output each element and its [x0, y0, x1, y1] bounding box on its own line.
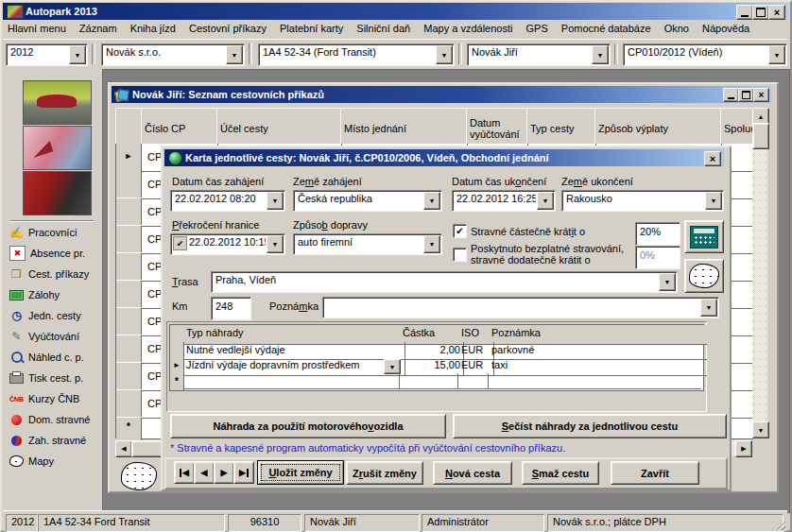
menu-napoveda[interactable]: Nápověda — [697, 20, 755, 37]
sidebar-item-kurzy-cnb[interactable]: ČNBKurzy ČNB — [9, 389, 79, 408]
menu-hlavni-menu[interactable]: Hlavní menu — [3, 20, 72, 37]
sidebar-item-label: Vyúčtování — [28, 331, 79, 342]
last-record-icon: ▶ — [239, 468, 246, 477]
expenses-grid: Typ náhrady Částka ISO Poznámka Nutné ve… — [169, 324, 704, 391]
border-cross-combo[interactable]: ✔ 22.02.2012 10:15 ▼ — [170, 233, 285, 255]
vertical-scrollbar[interactable]: ▲ ▼ — [752, 108, 767, 438]
minimize-icon[interactable] — [723, 88, 739, 102]
chevron-down-icon[interactable]: ▼ — [768, 45, 785, 64]
border-cross-checkbox[interactable]: ✔ — [173, 236, 187, 250]
close-dialog-button[interactable]: Zavřít — [611, 461, 699, 485]
first-record-button[interactable]: ◀ — [174, 461, 195, 484]
sidebar-item-label: Jedn. cesty — [28, 310, 81, 321]
calculator-button[interactable] — [684, 220, 724, 253]
year-combo[interactable]: 2012 ▼ — [6, 43, 88, 66]
scroll-down-icon[interactable]: ▼ — [752, 421, 769, 438]
sidebar-item-label: Mapy — [28, 455, 54, 467]
menu-pomocne-databaze[interactable]: Pomocné databáze — [557, 20, 657, 37]
scroll-right-icon[interactable]: ▶ — [735, 440, 752, 457]
chevron-down-icon[interactable]: ▼ — [423, 235, 440, 253]
start-country-combo[interactable]: Česká republika▼ — [293, 190, 442, 212]
start-datetime-combo[interactable]: 22.02.2012 08:20▼ — [170, 190, 285, 212]
documents-icon: ❒ — [9, 267, 24, 281]
route-combo[interactable]: Praha, Vídeň▼ — [211, 271, 678, 293]
list-window-titlebar[interactable]: Novák Jiří: Seznam cestovních příkazů × — [112, 86, 771, 103]
delete-trip-button[interactable]: Smaž cestu — [522, 461, 599, 485]
vehicle-combo[interactable]: 1A4 52-34 (Ford Transit) ▼ — [258, 43, 455, 66]
menu-zaznam[interactable]: Záznam — [75, 20, 123, 37]
chevron-down-icon[interactable]: ▼ — [436, 45, 453, 64]
new-trip-button[interactable]: Nová cesta — [433, 461, 512, 485]
menu-kniha-jizd[interactable]: Kniha jízd — [126, 20, 181, 37]
sidebar-item-vyuctovani[interactable]: ✎Vyúčtování — [9, 327, 79, 346]
close-icon[interactable]: × — [704, 151, 721, 166]
sidebar-item-nahled-cp[interactable]: Náhled c. p. — [9, 348, 84, 367]
free-meals-label-line2: stravné dodatečně krátit o — [471, 254, 591, 266]
sum-trip-button[interactable]: Sečíst náhrady za jednotlivou cestu — [453, 414, 727, 438]
meal-reduction-label: Stravné částečně krátit o — [471, 226, 585, 237]
chevron-down-icon[interactable]: ▼ — [267, 192, 284, 210]
sidebar-item-zalohy[interactable]: Zálohy — [9, 285, 60, 304]
free-meals-reduction-field[interactable]: 0% — [635, 246, 680, 269]
note-combo[interactable]: ▼ — [322, 297, 719, 318]
menu-gps[interactable]: GPS — [522, 20, 554, 37]
apple-red-icon — [9, 413, 24, 426]
last-record-button[interactable]: ▶ — [233, 461, 254, 484]
sidebar-item-dom-stravne[interactable]: Dom. stravné — [9, 410, 90, 429]
maximize-icon[interactable] — [738, 88, 754, 102]
sidebar-item-pracovnici[interactable]: ✍Pracovníci — [9, 223, 77, 242]
cancel-button[interactable]: Zrušit změny — [346, 461, 423, 485]
menu-mapy-a-vzdalenosti[interactable]: Mapy a vzdálenosti — [419, 20, 518, 37]
chevron-down-icon[interactable]: ▼ — [226, 45, 243, 64]
end-datetime-combo[interactable]: 22.02.2012 16:25▼ — [452, 190, 556, 212]
end-datetime-label: Datum čas ukončení — [452, 176, 546, 187]
map-button[interactable] — [684, 259, 724, 293]
note-field-label: Poznámka — [269, 300, 319, 312]
map-blob-icon — [9, 455, 24, 468]
previous-record-button[interactable]: ◀ — [194, 461, 215, 484]
vehicle-compensation-button[interactable]: Náhrada za použití motorového vozidla — [170, 414, 446, 438]
chevron-down-icon[interactable]: ▼ — [423, 192, 440, 210]
km-label: Km — [172, 300, 188, 312]
chevron-down-icon[interactable]: ▼ — [537, 192, 554, 210]
sidebar-item-cest-prikazy[interactable]: ❒Cest. příkazy — [9, 265, 89, 283]
status-vehicle: 1A4 52-34 Ford Transit — [38, 514, 225, 532]
transport-combo[interactable]: auto firemní▼ — [293, 233, 442, 255]
menu-silnicni-dan[interactable]: Silniční daň — [352, 20, 416, 37]
person-combo[interactable]: Novák Jiří ▼ — [467, 43, 611, 66]
maximize-icon[interactable] — [752, 5, 769, 20]
close-icon[interactable]: × — [768, 5, 785, 20]
dialog-title: Karta jednotlivé cesty: Novák Jiří, č.CP… — [185, 152, 549, 163]
chevron-down-icon[interactable]: ▼ — [592, 45, 609, 64]
sidebar-item-tisk[interactable]: Tisk cest. p. — [9, 369, 83, 387]
save-button[interactable]: Uložit změny — [257, 460, 344, 485]
scroll-left-icon[interactable]: ◀ — [115, 440, 132, 457]
chevron-down-icon[interactable]: ▼ — [267, 235, 284, 253]
menu-platebni-karty[interactable]: Platební karty — [275, 20, 349, 37]
next-record-button[interactable]: ▶ — [214, 461, 234, 484]
meal-reduction-checkbox[interactable]: ✔ — [453, 224, 467, 238]
dialog-titlebar[interactable]: Karta jednotlivé cesty: Novák Jiří, č.CP… — [164, 149, 724, 166]
trip-combo[interactable]: CP010/2012 (Vídeň) ▼ — [623, 43, 787, 66]
sidebar-item-mapy[interactable]: Mapy — [9, 452, 54, 471]
menu-cestovni-prikazy[interactable]: Cestovní příkazy — [184, 20, 272, 37]
km-field[interactable]: 248 — [211, 297, 251, 320]
menu-okno[interactable]: Okno — [660, 20, 695, 37]
sidebar-item-zah-stravne[interactable]: Zah. stravné — [9, 431, 86, 450]
vertical-scroll-thumb[interactable] — [752, 123, 769, 149]
free-meals-checkbox[interactable] — [453, 248, 467, 262]
meal-reduction-field[interactable]: 20% — [635, 222, 680, 246]
chevron-down-icon[interactable]: ▼ — [700, 299, 717, 317]
company-combo[interactable]: Novák s.r.o. ▼ — [101, 43, 245, 66]
main-titlebar[interactable]: Autopark 2013 × — [3, 3, 787, 20]
end-country-combo[interactable]: Rakousko▼ — [561, 190, 724, 212]
chevron-down-icon[interactable]: ▼ — [384, 359, 401, 374]
sidebar-item-label: Zah. stravné — [28, 435, 86, 446]
sidebar-item-absence[interactable]: ✖Absence pr. — [9, 244, 85, 263]
minimize-icon[interactable] — [736, 5, 753, 20]
chevron-down-icon[interactable]: ▼ — [705, 192, 722, 210]
sidebar-item-jedn-cesty[interactable]: ◷Jedn. cesty — [9, 306, 81, 325]
chevron-down-icon[interactable]: ▼ — [69, 45, 86, 64]
chevron-down-icon[interactable]: ▼ — [659, 273, 676, 291]
close-icon[interactable]: × — [753, 88, 769, 102]
